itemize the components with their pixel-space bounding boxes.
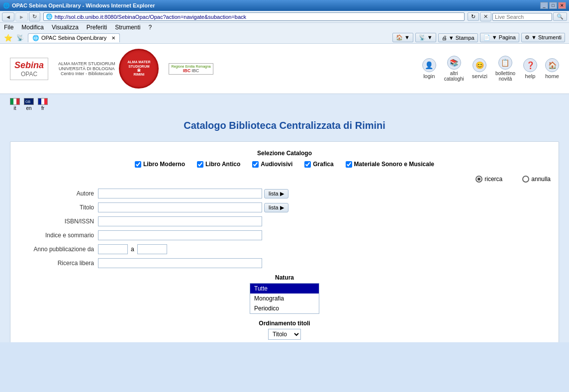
altri-cataloghi-nav-btn[interactable]: 📚 altri cataloghi: [444, 56, 464, 82]
print-btn[interactable]: 🖨 ▼ Stampa: [438, 33, 478, 42]
stop-btn[interactable]: ✕: [480, 12, 491, 21]
menu-visualizza[interactable]: Visualizza: [52, 24, 79, 31]
anno-da-input[interactable]: [98, 244, 128, 254]
lang-fr-btn[interactable]: fr: [38, 98, 48, 111]
audiovisivi-checkbox[interactable]: [252, 161, 259, 168]
sebina-logo: Sebina OPAC: [10, 58, 48, 80]
bollettino-nav-btn[interactable]: 📋 bollettino novità: [495, 56, 515, 82]
lang-en-btn[interactable]: GB en: [24, 98, 34, 111]
ordinamento-title: Ordinamento titoli: [18, 320, 551, 327]
home-page-btn[interactable]: 🏠 ▼: [392, 33, 413, 42]
catalog-title: Selezione Catalogo: [18, 150, 551, 157]
autore-lista-btn[interactable]: lista ▶: [264, 189, 288, 198]
anno-separator: a: [131, 246, 134, 253]
isbn-input[interactable]: [98, 216, 262, 226]
search-go-btn[interactable]: 🔍: [553, 12, 567, 21]
lang-it-btn[interactable]: it: [10, 98, 20, 111]
minimize-btn[interactable]: _: [540, 2, 548, 9]
menu-help[interactable]: ?: [149, 24, 152, 31]
ricerca-libera-row: Ricerca libera: [18, 258, 551, 268]
menu-preferiti[interactable]: Preferiti: [87, 24, 107, 31]
autore-input[interactable]: [98, 189, 262, 198]
indice-input[interactable]: [98, 230, 262, 240]
titolo-lista-btn[interactable]: lista ▶: [264, 203, 288, 212]
add-favorite-btn[interactable]: ⭐: [4, 34, 12, 42]
ordinamento-select[interactable]: Titolo Autore Anno: [268, 329, 301, 340]
annulla-radio-label[interactable]: annulla: [522, 176, 551, 183]
language-bar: it GB en fr: [0, 94, 569, 115]
unibo-seal: ALMA MATERSTUDIORUM🏛RIMINI: [119, 49, 159, 89]
flag-it-icon: [10, 98, 20, 105]
go-btn[interactable]: ↻: [468, 12, 479, 21]
flag-en-icon: GB: [24, 98, 34, 105]
refresh-btn[interactable]: ↻: [29, 12, 40, 21]
sebina-text: Sebina: [14, 60, 44, 71]
logo-area: Sebina OPAC ALMA MATER STUDIORUM UNIVERS…: [10, 49, 213, 89]
address-icon: 🌐: [46, 13, 53, 20]
menu-file[interactable]: File: [4, 24, 13, 31]
materiale-sonoro-checkbox-label[interactable]: Materiale Sonoro e Musicale: [346, 161, 434, 168]
menu-modifica[interactable]: Modifica: [21, 24, 44, 31]
browser-content: Sebina OPAC ALMA MATER STUDIORUM UNIVERS…: [0, 44, 569, 342]
help-nav-btn[interactable]: ❓ help: [523, 58, 537, 79]
home-icon: 🏠: [545, 58, 559, 72]
natura-tutte[interactable]: Tutte: [250, 284, 319, 294]
forward-btn[interactable]: ►: [15, 12, 28, 21]
page-btn[interactable]: 📄 ▼ Pagina: [480, 33, 519, 42]
libro-antico-checkbox[interactable]: [197, 161, 203, 168]
help-icon: ❓: [523, 58, 537, 72]
flag-fr-icon: [38, 98, 48, 105]
top-action-row: ricerca annulla: [18, 176, 551, 183]
natura-list: Tutte Monografia Periodico: [250, 283, 319, 314]
libro-moderno-checkbox[interactable]: [135, 161, 141, 168]
ricerca-libera-input[interactable]: [98, 258, 262, 268]
page-content: Sebina OPAC ALMA MATER STUDIORUM UNIVERS…: [0, 44, 569, 342]
ricerca-radio[interactable]: [475, 176, 482, 183]
grafica-checkbox[interactable]: [304, 161, 311, 168]
back-btn[interactable]: ◄: [2, 12, 14, 21]
servizi-icon: 😊: [473, 58, 486, 72]
search-form: Selezione Catalogo Libro Moderno Libro A…: [10, 141, 559, 342]
feeds-btn[interactable]: 📡 ▼: [415, 33, 436, 42]
restore-btn[interactable]: □: [549, 2, 557, 9]
tools-btn[interactable]: ⚙ ▼ Strumenti: [521, 33, 565, 42]
annulla-radio[interactable]: [522, 176, 529, 183]
favorites-bar: ⭐ 📡 🌐 OPAC Sebina OpenLibrary ✕ 🏠 ▼ 📡 ▼ …: [0, 32, 569, 44]
title-bar-icon: 🌐: [3, 2, 10, 9]
anno-a-input[interactable]: [137, 244, 167, 254]
page-title: Catalogo Biblioteca Centralizzata di Rim…: [0, 115, 569, 136]
titolo-input[interactable]: [98, 202, 262, 212]
tab-icon: 🌐: [32, 35, 39, 41]
window-controls[interactable]: _ □ ✕: [540, 2, 566, 9]
natura-section: Natura Tutte Monografia Periodico: [18, 274, 551, 314]
isbn-row: ISBN/ISSN: [18, 216, 551, 226]
autore-row: Autore lista ▶: [18, 189, 551, 198]
ricerca-radio-label[interactable]: ricerca: [475, 176, 502, 183]
libro-moderno-checkbox-label[interactable]: Libro Moderno: [135, 161, 185, 168]
tab-close-btn[interactable]: ✕: [111, 35, 115, 41]
catalog-selection: Selezione Catalogo Libro Moderno Libro A…: [18, 150, 551, 168]
login-nav-btn[interactable]: 👤 login: [422, 58, 436, 79]
ordinamento-section: Ordinamento titoli Titolo Autore Anno: [18, 320, 551, 340]
servizi-nav-btn[interactable]: 😊 servizi: [472, 58, 487, 79]
ricerca-libera-label: Ricerca libera: [18, 260, 98, 267]
address-input[interactable]: [55, 14, 462, 20]
open-tab[interactable]: 🌐 OPAC Sebina OpenLibrary ✕: [28, 33, 120, 42]
titolo-row: Titolo lista ▶: [18, 202, 551, 212]
anno-label: Anno pubblicazione da: [18, 246, 98, 253]
menu-strumenti[interactable]: Strumenti: [115, 24, 140, 31]
audiovisivi-checkbox-label[interactable]: Audiovisivi: [252, 161, 292, 168]
natura-monografia[interactable]: Monografia: [250, 294, 319, 303]
natura-periodico[interactable]: Periodico: [250, 303, 319, 313]
title-bar-text: OPAC Sebina OpenLibrary - Windows Intern…: [12, 2, 155, 8]
grafica-checkbox-label[interactable]: Grafica: [304, 161, 333, 168]
indice-row: Indice e sommario: [18, 230, 551, 240]
libro-antico-checkbox-label[interactable]: Libro Antico: [197, 161, 240, 168]
home-nav-btn[interactable]: 🏠 home: [545, 58, 559, 79]
materiale-sonoro-checkbox[interactable]: [346, 161, 352, 168]
close-btn[interactable]: ✕: [558, 2, 566, 9]
catalog-checkbox-row: Libro Moderno Libro Antico Audiovisivi G…: [18, 161, 551, 168]
search-bar: 🔍: [492, 12, 567, 21]
search-input[interactable]: [492, 13, 552, 21]
menu-bar: File Modifica Visualizza Preferiti Strum…: [0, 23, 569, 32]
